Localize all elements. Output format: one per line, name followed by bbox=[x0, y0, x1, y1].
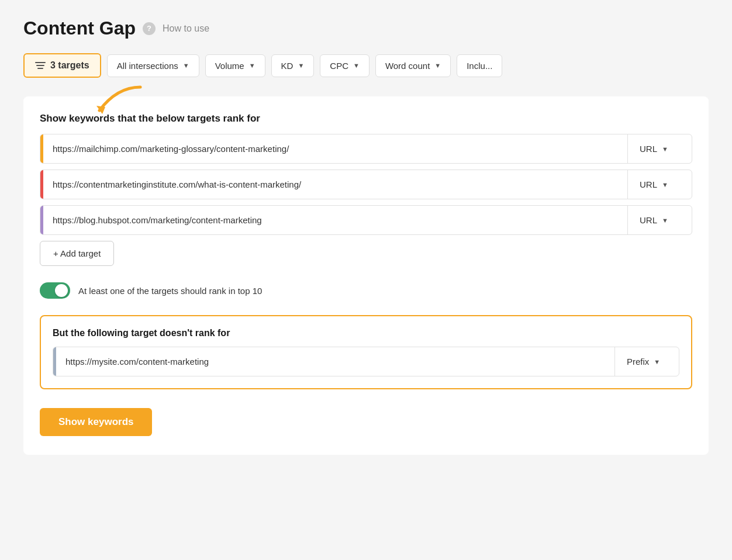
cpc-label: CPC bbox=[330, 61, 348, 71]
page-title: Content Gap bbox=[23, 18, 136, 39]
target-url[interactable]: https://mailchimp.com/marketing-glossary… bbox=[43, 134, 627, 163]
kd-label: KD bbox=[281, 61, 294, 71]
chevron-down-icon: ▼ bbox=[662, 217, 668, 224]
type-select[interactable]: URL ▼ bbox=[627, 134, 692, 163]
toggle-thumb bbox=[55, 284, 68, 297]
target-row: https://contentmarketinginstitute.com/wh… bbox=[40, 170, 692, 199]
chevron-down-icon: ▼ bbox=[298, 62, 304, 69]
kd-dropdown[interactable]: KD ▼ bbox=[271, 54, 315, 77]
targets-button[interactable]: 3 targets bbox=[23, 53, 101, 78]
but-row: https://mysite.com/content-marketing Pre… bbox=[53, 347, 679, 376]
include-dropdown[interactable]: Inclu... bbox=[457, 54, 502, 77]
help-icon[interactable]: ? bbox=[143, 22, 156, 35]
target-row: https://mailchimp.com/marketing-glossary… bbox=[40, 134, 692, 164]
but-type-select[interactable]: Prefix ▼ bbox=[614, 347, 679, 376]
toggle-label: At least one of the targets should rank … bbox=[78, 286, 262, 296]
toggle-row: At least one of the targets should rank … bbox=[40, 282, 692, 299]
cpc-dropdown[interactable]: CPC ▼ bbox=[320, 54, 370, 77]
toolbar: 3 targets All intersections ▼ Volume ▼ K… bbox=[23, 53, 709, 78]
all-intersections-label: All intersections bbox=[117, 61, 178, 71]
but-url[interactable]: https://mysite.com/content-marketing bbox=[56, 347, 614, 376]
filter-icon bbox=[35, 62, 46, 69]
but-the-following-box: But the following target doesn't rank fo… bbox=[40, 315, 692, 389]
type-select[interactable]: URL ▼ bbox=[627, 206, 692, 234]
but-title: But the following target doesn't rank fo… bbox=[53, 328, 679, 338]
page-header: Content Gap ? How to use bbox=[23, 18, 709, 39]
target-url[interactable]: https://contentmarketinginstitute.com/wh… bbox=[43, 170, 627, 199]
chevron-down-icon: ▼ bbox=[654, 358, 660, 365]
target-row: https://blog.hubspot.com/marketing/conte… bbox=[40, 205, 692, 235]
type-select[interactable]: URL ▼ bbox=[627, 170, 692, 199]
how-to-use-link[interactable]: How to use bbox=[163, 23, 209, 34]
main-panel: Show keywords that the below targets ran… bbox=[23, 96, 709, 455]
all-intersections-dropdown[interactable]: All intersections ▼ bbox=[107, 54, 199, 77]
chevron-down-icon: ▼ bbox=[662, 181, 668, 188]
show-keywords-button[interactable]: Show keywords bbox=[40, 408, 152, 436]
targets-label: 3 targets bbox=[50, 60, 89, 71]
volume-dropdown[interactable]: Volume ▼ bbox=[205, 54, 265, 77]
volume-label: Volume bbox=[215, 61, 244, 71]
section-title: Show keywords that the below targets ran… bbox=[40, 113, 692, 125]
chevron-down-icon: ▼ bbox=[249, 62, 255, 69]
chevron-down-icon: ▼ bbox=[183, 62, 189, 69]
toggle-switch[interactable] bbox=[40, 282, 70, 299]
chevron-down-icon: ▼ bbox=[662, 146, 668, 153]
chevron-down-icon: ▼ bbox=[434, 62, 441, 69]
word-count-label: Word count bbox=[385, 61, 430, 71]
word-count-dropdown[interactable]: Word count ▼ bbox=[375, 54, 451, 77]
toggle-track[interactable] bbox=[40, 282, 70, 299]
add-target-button[interactable]: + Add target bbox=[40, 241, 114, 266]
chevron-down-icon: ▼ bbox=[353, 62, 360, 69]
target-url[interactable]: https://blog.hubspot.com/marketing/conte… bbox=[43, 206, 627, 234]
include-label: Inclu... bbox=[467, 61, 492, 71]
